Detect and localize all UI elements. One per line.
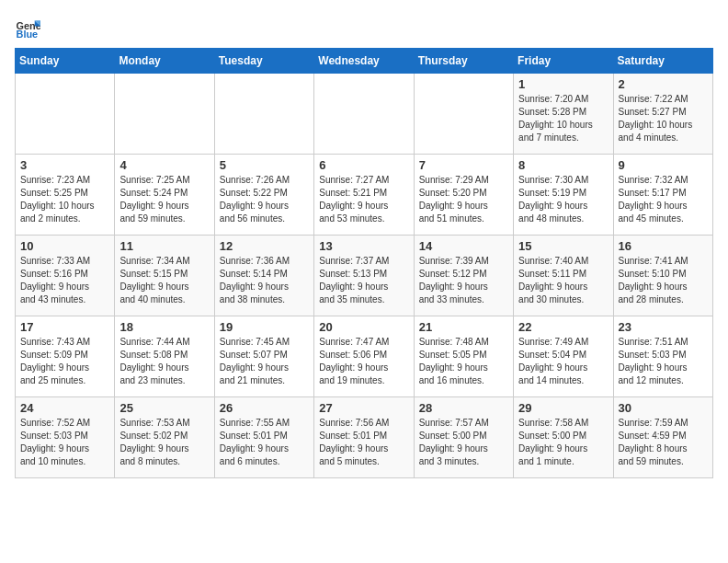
day-info: Sunrise: 7:41 AM Sunset: 5:10 PM Dayligh…	[619, 255, 708, 306]
calendar-weekday-tuesday: Tuesday	[214, 49, 313, 74]
day-info: Sunrise: 7:53 AM Sunset: 5:02 PM Dayligh…	[119, 417, 209, 468]
calendar-cell: 19Sunrise: 7:45 AM Sunset: 5:07 PM Dayli…	[214, 316, 313, 397]
calendar-cell: 27Sunrise: 7:56 AM Sunset: 5:01 PM Dayli…	[314, 397, 414, 478]
day-number: 4	[119, 158, 209, 172]
calendar-cell	[115, 74, 214, 155]
calendar-cell: 29Sunrise: 7:58 AM Sunset: 5:00 PM Dayli…	[514, 397, 613, 478]
calendar-week-row: 3Sunrise: 7:23 AM Sunset: 5:25 PM Daylig…	[16, 155, 713, 236]
day-info: Sunrise: 7:32 AM Sunset: 5:17 PM Dayligh…	[619, 174, 708, 225]
calendar-cell: 11Sunrise: 7:34 AM Sunset: 5:15 PM Dayli…	[115, 236, 214, 316]
day-info: Sunrise: 7:27 AM Sunset: 5:21 PM Dayligh…	[319, 174, 408, 225]
calendar-cell: 7Sunrise: 7:29 AM Sunset: 5:20 PM Daylig…	[414, 155, 513, 236]
calendar-weekday-saturday: Saturday	[613, 49, 712, 74]
calendar-cell: 28Sunrise: 7:57 AM Sunset: 5:00 PM Dayli…	[414, 397, 513, 478]
day-info: Sunrise: 7:47 AM Sunset: 5:06 PM Dayligh…	[319, 336, 408, 387]
day-info: Sunrise: 7:23 AM Sunset: 5:25 PM Dayligh…	[20, 174, 109, 225]
calendar-cell: 23Sunrise: 7:51 AM Sunset: 5:03 PM Dayli…	[613, 316, 712, 397]
calendar-weekday-sunday: Sunday	[16, 49, 115, 74]
day-info: Sunrise: 7:45 AM Sunset: 5:07 PM Dayligh…	[220, 336, 309, 387]
day-number: 30	[619, 401, 708, 415]
day-info: Sunrise: 7:48 AM Sunset: 5:05 PM Dayligh…	[419, 336, 508, 387]
day-number: 28	[419, 401, 508, 415]
day-number: 19	[220, 320, 309, 334]
day-number: 5	[220, 158, 309, 172]
calendar-cell: 12Sunrise: 7:36 AM Sunset: 5:14 PM Dayli…	[214, 236, 313, 316]
day-info: Sunrise: 7:52 AM Sunset: 5:03 PM Dayligh…	[20, 417, 109, 468]
calendar-week-row: 24Sunrise: 7:52 AM Sunset: 5:03 PM Dayli…	[16, 397, 713, 478]
calendar-cell: 5Sunrise: 7:26 AM Sunset: 5:22 PM Daylig…	[214, 155, 313, 236]
page-header: General Blue	[15, 15, 713, 40]
calendar-cell: 15Sunrise: 7:40 AM Sunset: 5:11 PM Dayli…	[514, 236, 613, 316]
day-info: Sunrise: 7:30 AM Sunset: 5:19 PM Dayligh…	[518, 174, 608, 225]
day-info: Sunrise: 7:56 AM Sunset: 5:01 PM Dayligh…	[319, 417, 408, 468]
calendar-cell: 25Sunrise: 7:53 AM Sunset: 5:02 PM Dayli…	[115, 397, 214, 478]
calendar-cell: 4Sunrise: 7:25 AM Sunset: 5:24 PM Daylig…	[115, 155, 214, 236]
day-info: Sunrise: 7:43 AM Sunset: 5:09 PM Dayligh…	[20, 336, 109, 387]
day-info: Sunrise: 7:59 AM Sunset: 4:59 PM Dayligh…	[619, 417, 708, 468]
calendar-cell: 10Sunrise: 7:33 AM Sunset: 5:16 PM Dayli…	[16, 236, 115, 316]
day-info: Sunrise: 7:29 AM Sunset: 5:20 PM Dayligh…	[419, 174, 508, 225]
calendar-cell: 13Sunrise: 7:37 AM Sunset: 5:13 PM Dayli…	[314, 236, 414, 316]
logo-icon: General Blue	[15, 15, 40, 40]
calendar-cell	[16, 74, 115, 155]
calendar-cell: 2Sunrise: 7:22 AM Sunset: 5:27 PM Daylig…	[613, 74, 712, 155]
day-number: 18	[119, 320, 209, 334]
calendar-cell	[214, 74, 313, 155]
calendar-cell: 21Sunrise: 7:48 AM Sunset: 5:05 PM Dayli…	[414, 316, 513, 397]
day-info: Sunrise: 7:20 AM Sunset: 5:28 PM Dayligh…	[518, 93, 608, 144]
calendar-week-row: 1Sunrise: 7:20 AM Sunset: 5:28 PM Daylig…	[16, 74, 713, 155]
day-number: 20	[319, 320, 408, 334]
day-number: 10	[20, 239, 109, 253]
day-number: 26	[220, 401, 309, 415]
day-number: 16	[619, 239, 708, 253]
calendar-cell: 8Sunrise: 7:30 AM Sunset: 5:19 PM Daylig…	[514, 155, 613, 236]
calendar-cell: 3Sunrise: 7:23 AM Sunset: 5:25 PM Daylig…	[16, 155, 115, 236]
calendar-weekday-monday: Monday	[115, 49, 214, 74]
calendar-cell: 20Sunrise: 7:47 AM Sunset: 5:06 PM Dayli…	[314, 316, 414, 397]
day-info: Sunrise: 7:44 AM Sunset: 5:08 PM Dayligh…	[119, 336, 209, 387]
day-info: Sunrise: 7:36 AM Sunset: 5:14 PM Dayligh…	[220, 255, 309, 306]
day-info: Sunrise: 7:33 AM Sunset: 5:16 PM Dayligh…	[20, 255, 109, 306]
calendar-weekday-friday: Friday	[514, 49, 613, 74]
calendar-cell: 18Sunrise: 7:44 AM Sunset: 5:08 PM Dayli…	[115, 316, 214, 397]
day-number: 11	[119, 239, 209, 253]
calendar-header-row: SundayMondayTuesdayWednesdayThursdayFrid…	[16, 49, 713, 74]
calendar-week-row: 10Sunrise: 7:33 AM Sunset: 5:16 PM Dayli…	[16, 236, 713, 316]
day-number: 17	[20, 320, 109, 334]
calendar-cell: 22Sunrise: 7:49 AM Sunset: 5:04 PM Dayli…	[514, 316, 613, 397]
day-number: 12	[220, 239, 309, 253]
day-number: 25	[119, 401, 209, 415]
day-number: 27	[319, 401, 408, 415]
day-info: Sunrise: 7:39 AM Sunset: 5:12 PM Dayligh…	[419, 255, 508, 306]
day-number: 29	[518, 401, 608, 415]
day-number: 2	[619, 77, 708, 91]
day-number: 22	[518, 320, 608, 334]
day-number: 13	[319, 239, 408, 253]
day-info: Sunrise: 7:34 AM Sunset: 5:15 PM Dayligh…	[119, 255, 209, 306]
calendar-cell: 14Sunrise: 7:39 AM Sunset: 5:12 PM Dayli…	[414, 236, 513, 316]
calendar-cell: 1Sunrise: 7:20 AM Sunset: 5:28 PM Daylig…	[514, 74, 613, 155]
calendar-cell	[314, 74, 414, 155]
day-number: 15	[518, 239, 608, 253]
day-info: Sunrise: 7:58 AM Sunset: 5:00 PM Dayligh…	[518, 417, 608, 468]
day-info: Sunrise: 7:37 AM Sunset: 5:13 PM Dayligh…	[319, 255, 408, 306]
day-number: 1	[518, 77, 608, 91]
day-info: Sunrise: 7:25 AM Sunset: 5:24 PM Dayligh…	[119, 174, 209, 225]
day-number: 6	[319, 158, 408, 172]
day-info: Sunrise: 7:51 AM Sunset: 5:03 PM Dayligh…	[619, 336, 708, 387]
calendar-cell: 24Sunrise: 7:52 AM Sunset: 5:03 PM Dayli…	[16, 397, 115, 478]
day-info: Sunrise: 7:22 AM Sunset: 5:27 PM Dayligh…	[619, 93, 708, 144]
svg-text:Blue: Blue	[17, 29, 39, 40]
logo: General Blue	[15, 15, 44, 40]
calendar-cell: 17Sunrise: 7:43 AM Sunset: 5:09 PM Dayli…	[16, 316, 115, 397]
calendar-weekday-wednesday: Wednesday	[314, 49, 414, 74]
calendar-week-row: 17Sunrise: 7:43 AM Sunset: 5:09 PM Dayli…	[16, 316, 713, 397]
calendar-weekday-thursday: Thursday	[414, 49, 513, 74]
day-info: Sunrise: 7:55 AM Sunset: 5:01 PM Dayligh…	[220, 417, 309, 468]
day-number: 3	[20, 158, 109, 172]
day-number: 24	[20, 401, 109, 415]
calendar-table: SundayMondayTuesdayWednesdayThursdayFrid…	[15, 48, 713, 478]
calendar-cell: 16Sunrise: 7:41 AM Sunset: 5:10 PM Dayli…	[613, 236, 712, 316]
day-info: Sunrise: 7:49 AM Sunset: 5:04 PM Dayligh…	[518, 336, 608, 387]
calendar-cell: 6Sunrise: 7:27 AM Sunset: 5:21 PM Daylig…	[314, 155, 414, 236]
